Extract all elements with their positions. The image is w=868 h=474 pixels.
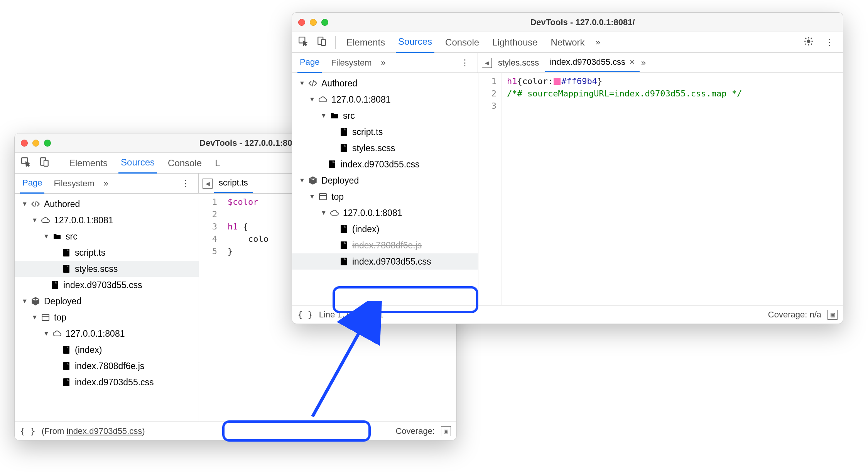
tree-index-css2[interactable]: index.d9703d55.css	[292, 253, 478, 270]
close-icon[interactable]: ✕	[629, 58, 635, 66]
tab-truncated[interactable]: L	[213, 153, 222, 173]
tree-top[interactable]: ▼top	[15, 309, 199, 326]
navtab-page[interactable]: Page	[20, 173, 44, 194]
line-gutter: 123	[478, 73, 502, 305]
titlebar: DevTools - 127.0.0.1:8081/	[292, 13, 843, 32]
tree-index-js[interactable]: index.7808df6e.js	[292, 237, 478, 253]
tab-network[interactable]: Network	[549, 32, 587, 52]
traffic-zoom[interactable]	[44, 140, 51, 147]
tab-elements[interactable]: Elements	[344, 32, 387, 52]
code-area[interactable]: $color h1 { colo }	[222, 194, 269, 422]
cursor-position: Line 1, Column 1	[319, 310, 383, 320]
traffic-zoom[interactable]	[321, 19, 328, 26]
tree-styles-scss[interactable]: styles.scss	[292, 140, 478, 156]
inspect-icon[interactable]	[298, 36, 308, 49]
inspect-icon[interactable]	[21, 157, 31, 169]
traffic-minimize[interactable]	[310, 19, 317, 26]
window-title: DevTools - 127.0.0.1:8081/	[328, 17, 837, 27]
from-link[interactable]: index.d9703d55.css	[67, 426, 142, 436]
more-icon[interactable]: »	[104, 179, 108, 189]
navtab-filesystem[interactable]: Filesystem	[329, 53, 374, 73]
filetab-script-ts[interactable]: script.ts	[214, 174, 253, 193]
filetab-index-css[interactable]: index.d9703d55.css ✕	[545, 53, 640, 72]
traffic-close[interactable]	[298, 19, 305, 26]
more-tabs-icon[interactable]: »	[596, 37, 600, 47]
tree-host[interactable]: ▼127.0.0.1:8081	[15, 212, 199, 228]
from-source: (From index.d9703d55.css)	[42, 426, 145, 436]
more-icon[interactable]: »	[381, 58, 386, 68]
separator	[58, 157, 58, 170]
tab-console[interactable]: Console	[165, 153, 204, 173]
filetab-label: styles.scss	[498, 58, 539, 68]
main-toolbar: Elements Sources Console Lighthouse Netw…	[292, 32, 843, 53]
filetab-styles-scss[interactable]: styles.scss	[493, 54, 544, 72]
editor: 123 h1{color:#ff69b4} /*# sourceMappingU…	[478, 73, 843, 305]
sub-toolbar: Page Filesystem » ⋮ ◀ styles.scss index.…	[292, 53, 843, 73]
navtab-page[interactable]: Page	[297, 52, 322, 73]
navtab-filesystem[interactable]: Filesystem	[51, 174, 96, 193]
tab-console[interactable]: Console	[443, 32, 481, 52]
collapse-panel-icon[interactable]: ◀	[482, 58, 492, 68]
statusbar: { } (From index.d9703d55.css) Coverage: …	[15, 422, 456, 440]
more-filetabs-icon[interactable]: »	[641, 58, 646, 68]
pretty-print-icon[interactable]: { }	[297, 310, 313, 319]
tree-top[interactable]: ▼top	[292, 189, 478, 205]
tab-lighthouse[interactable]: Lighthouse	[490, 32, 540, 52]
code-area[interactable]: h1{color:#ff69b4} /*# sourceMappingURL=i…	[502, 73, 742, 305]
tree-index-css2[interactable]: index.d9703d55.css	[15, 374, 199, 390]
traffic-close[interactable]	[21, 140, 28, 147]
statusbar: { } Line 1, Column 1 Coverage: n/a ▣	[292, 305, 843, 324]
coverage-label: Coverage: n/a	[768, 310, 821, 320]
navigator-tree: ▼Authored ▼127.0.0.1:8081 ▼src script.ts…	[292, 73, 478, 305]
device-icon[interactable]	[317, 36, 327, 49]
collapse-panel-icon[interactable]: ◀	[203, 179, 213, 189]
line-gutter: 12345	[199, 194, 222, 422]
navigator-tree: ▼Authored ▼127.0.0.1:8081 ▼src script.ts…	[15, 194, 199, 422]
settings-icon[interactable]	[804, 36, 814, 49]
tab-sources[interactable]: Sources	[396, 32, 434, 53]
device-icon[interactable]	[39, 157, 49, 169]
kebab-icon[interactable]: ⋮	[458, 58, 472, 68]
kebab-icon[interactable]: ⋮	[178, 179, 193, 189]
filetab-label: index.d9703d55.css	[550, 57, 625, 67]
traffic-minimize[interactable]	[32, 140, 39, 147]
coverage-label: Coverage:	[395, 426, 435, 436]
color-swatch[interactable]	[554, 78, 561, 85]
tab-sources[interactable]: Sources	[118, 152, 157, 174]
tree-host[interactable]: ▼127.0.0.1:8081	[292, 91, 478, 108]
devtools-window-2: DevTools - 127.0.0.1:8081/ Elements Sour…	[292, 12, 843, 324]
tree-styles-scss[interactable]: styles.scss	[15, 261, 199, 277]
coverage-toggle-icon[interactable]: ▣	[441, 426, 451, 436]
tree-index-js[interactable]: index.7808df6e.js	[15, 358, 199, 374]
tab-elements[interactable]: Elements	[67, 153, 110, 173]
pretty-print-icon[interactable]: { }	[20, 426, 35, 436]
separator	[335, 36, 336, 49]
filetab-label: script.ts	[219, 178, 248, 188]
coverage-toggle-icon[interactable]: ▣	[827, 310, 838, 320]
kebab-icon[interactable]: ⋮	[822, 37, 837, 47]
